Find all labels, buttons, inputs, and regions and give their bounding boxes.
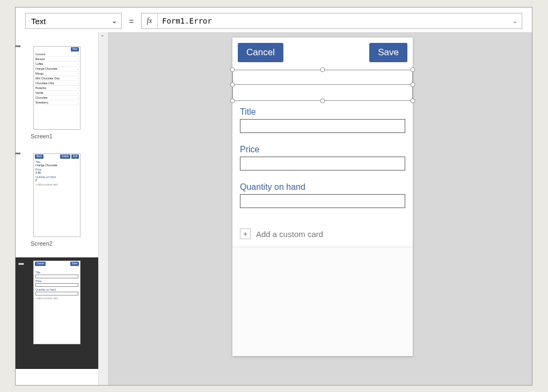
field-value: Orange Chocolate bbox=[35, 164, 78, 167]
screen-label: Screen1 bbox=[31, 133, 95, 139]
app-studio-frame: Text ⌄ = fx Form1.Error ⌄ ••• New Coconu… bbox=[15, 7, 532, 386]
resize-handle[interactable] bbox=[411, 68, 415, 72]
field-value: 3.49 bbox=[35, 171, 78, 174]
qty-input[interactable] bbox=[240, 194, 405, 208]
fx-icon: fx bbox=[142, 13, 158, 28]
edit-button: Edit bbox=[71, 154, 79, 159]
list-item: Mint Chocolate Chip› bbox=[34, 76, 80, 81]
chevron-down-icon[interactable]: ⌄ bbox=[513, 18, 517, 25]
list-item: Strawberry› bbox=[34, 100, 80, 105]
add-custom-card[interactable]: + Add a custom card bbox=[240, 228, 405, 239]
field-label-price: Price bbox=[240, 145, 405, 154]
save-button: Save bbox=[70, 262, 79, 266]
resize-handle[interactable] bbox=[411, 99, 415, 103]
screens-panel: ••• New Coconut›Banana›Coffee›Orange Cho… bbox=[16, 32, 98, 385]
formula-input[interactable]: fx Form1.Error ⌄ bbox=[141, 13, 522, 29]
screen-thumbnail-1[interactable]: New Coconut›Banana›Coffee›Orange Chocola… bbox=[33, 46, 81, 130]
property-selector-value: Text bbox=[31, 17, 46, 26]
list-item: Orange Chocolate› bbox=[34, 66, 80, 71]
screen-thumbnail-3[interactable]: Cancel Save Title Price Quantity on hand… bbox=[33, 261, 81, 344]
list-item: Pistachio› bbox=[34, 86, 80, 91]
edit-form: Title Price Quantity on hand + Add a cus… bbox=[240, 105, 405, 239]
screen-label: Screen2 bbox=[31, 240, 95, 247]
add-card-label: Add a custom card bbox=[256, 230, 323, 239]
cancel-button[interactable]: Cancel bbox=[238, 43, 283, 62]
resize-handle[interactable] bbox=[230, 82, 235, 87]
formula-bar: Text ⌄ = fx Form1.Error ⌄ bbox=[25, 13, 522, 29]
screen-thumbnail-2[interactable]: Back Delete Edit Title Orange Chocolate … bbox=[33, 153, 81, 237]
field-label: Price bbox=[35, 279, 78, 283]
list-item: Banana› bbox=[34, 57, 80, 62]
thumbnails-scrollbar[interactable]: ⌃ bbox=[98, 32, 108, 385]
qty-input bbox=[35, 292, 78, 295]
property-selector[interactable]: Text ⌄ bbox=[25, 13, 122, 29]
more-icon[interactable]: ••• bbox=[18, 261, 24, 268]
plus-icon: + bbox=[240, 228, 251, 239]
formula-expression: Form1.Error bbox=[158, 17, 522, 25]
list-item: Coffee› bbox=[34, 62, 80, 66]
selected-control-error-label[interactable] bbox=[232, 70, 413, 101]
list-item: Chocolate Chip› bbox=[34, 81, 80, 86]
cancel-button: Cancel bbox=[35, 262, 46, 266]
scroll-up-icon: ⌃ bbox=[100, 34, 105, 40]
field-label: Title bbox=[35, 271, 78, 274]
save-button[interactable]: Save bbox=[369, 43, 407, 62]
resize-handle[interactable] bbox=[320, 99, 325, 103]
add-card-hint: + Add a custom card bbox=[35, 297, 78, 300]
price-input[interactable] bbox=[240, 157, 405, 171]
delete-button: Delete bbox=[60, 154, 70, 159]
workspace: ••• New Coconut›Banana›Coffee›Orange Cho… bbox=[16, 32, 532, 385]
add-card-hint: + Add a custom card bbox=[35, 183, 78, 186]
list-item: Chocolate› bbox=[34, 95, 80, 100]
back-button: Back bbox=[35, 154, 43, 159]
resize-handle[interactable] bbox=[230, 99, 235, 103]
new-button: New bbox=[71, 47, 79, 51]
title-input[interactable] bbox=[240, 119, 405, 133]
resize-handle[interactable] bbox=[411, 82, 415, 87]
field-label-qty: Quantity on hand bbox=[240, 182, 405, 192]
field-value: 0 bbox=[35, 179, 78, 182]
more-icon[interactable]: ••• bbox=[16, 43, 20, 50]
app-header: Cancel Save bbox=[232, 38, 413, 65]
list-item: Coconut› bbox=[34, 52, 80, 57]
resize-handle[interactable] bbox=[230, 68, 235, 72]
list-item: Mango› bbox=[34, 71, 80, 76]
form-lower-area bbox=[232, 247, 413, 356]
field-label-title: Title bbox=[240, 107, 405, 117]
equals-sign: = bbox=[125, 13, 138, 29]
field-label: Quantity on hand bbox=[35, 288, 78, 291]
price-input bbox=[35, 283, 78, 287]
list-item: Vanilla› bbox=[34, 91, 80, 95]
resize-handle[interactable] bbox=[320, 68, 325, 72]
title-input bbox=[35, 275, 78, 278]
more-icon[interactable]: ••• bbox=[16, 150, 20, 158]
chevron-down-icon: ⌄ bbox=[112, 17, 117, 25]
app-preview: Cancel Save Title bbox=[232, 38, 413, 356]
canvas[interactable]: Cancel Save Title bbox=[108, 32, 532, 385]
